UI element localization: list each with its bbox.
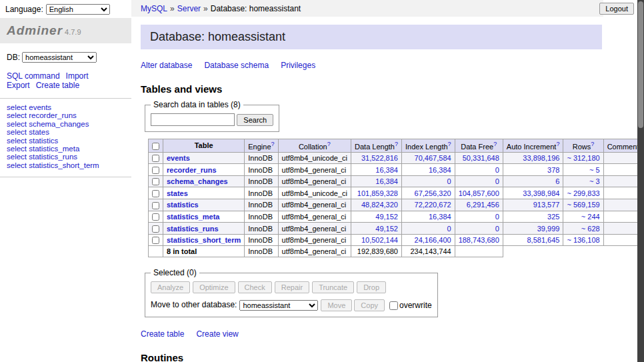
breadcrumb-server-link[interactable]: Server — [177, 4, 201, 13]
row-checkbox[interactable] — [152, 225, 159, 233]
help-icon[interactable]: ? — [327, 141, 331, 147]
rows-link[interactable]: ~ 312,180 — [567, 154, 599, 162]
rows-link[interactable]: ~ 628 — [581, 225, 600, 233]
move-db-select[interactable]: homeassistant — [239, 300, 318, 311]
sql-command-link[interactable]: SQL command — [7, 71, 60, 81]
auto-increment-link[interactable]: 913,577 — [533, 201, 560, 209]
overwrite-label[interactable]: overwrite — [399, 301, 432, 310]
breadcrumb-mysql-link[interactable]: MySQL — [141, 4, 167, 13]
help-icon[interactable]: ? — [591, 141, 594, 147]
rows-link[interactable]: ~ 136,108 — [567, 236, 599, 244]
data-length-link[interactable]: 16,384 — [375, 177, 398, 185]
index-length-link[interactable]: 70,467,584 — [415, 154, 451, 162]
move-button[interactable]: Move — [321, 299, 352, 311]
help-icon[interactable]: ? — [556, 141, 559, 147]
scrollbar[interactable] — [637, 0, 644, 362]
row-checkbox[interactable] — [152, 155, 159, 162]
auto-increment-link[interactable]: 33,898,196 — [523, 154, 559, 162]
rows-link[interactable]: ~ 569,159 — [567, 201, 599, 209]
index-length-link[interactable]: 16,384 — [429, 166, 451, 174]
drop-button[interactable]: Drop — [357, 281, 386, 293]
db-select[interactable]: homeassistant — [22, 52, 97, 63]
rows-link[interactable]: ~ 3 — [589, 177, 600, 185]
export-link[interactable]: Export — [7, 81, 30, 90]
help-icon[interactable]: ? — [395, 141, 398, 147]
create-view-link[interactable]: Create view — [196, 329, 238, 339]
row-checkbox[interactable] — [152, 178, 159, 185]
auto-increment-link[interactable]: 39,999 — [537, 225, 560, 233]
sidebar-table-link[interactable]: select recorder_runs — [7, 111, 77, 119]
data-length-link[interactable]: 10,502,144 — [361, 236, 398, 244]
auto-increment-link[interactable]: 6 — [555, 177, 559, 185]
data-free-link[interactable]: 50,331,648 — [463, 154, 499, 162]
search-input[interactable] — [151, 113, 235, 126]
row-checkbox[interactable] — [152, 202, 159, 209]
table-name-link[interactable]: recorder_runs — [167, 166, 217, 174]
adminer-title[interactable]: Adminer — [7, 23, 63, 37]
table-name-link[interactable]: schema_changes — [167, 177, 228, 185]
rows-link[interactable]: ~ 244 — [581, 213, 600, 221]
select-all-checkbox[interactable] — [152, 143, 159, 150]
check-button[interactable]: Check — [238, 281, 272, 293]
data-length-link[interactable]: 48,824,320 — [361, 201, 398, 209]
help-icon[interactable]: ? — [493, 141, 497, 147]
import-link[interactable]: Import — [66, 71, 89, 81]
overwrite-checkbox[interactable] — [389, 301, 398, 310]
search-button[interactable]: Search — [237, 114, 273, 126]
create-table-sidebar-link[interactable]: Create table — [36, 81, 79, 90]
data-free-link[interactable]: 188,743,680 — [459, 236, 499, 244]
table-name-link[interactable]: statistics_runs — [167, 225, 219, 233]
scrollbar-thumb[interactable] — [638, 1, 643, 128]
alter-database-link[interactable]: Alter database — [141, 61, 192, 70]
table-name-link[interactable]: states — [167, 189, 188, 197]
row-checkbox[interactable] — [152, 190, 159, 197]
index-length-link[interactable]: 0 — [447, 177, 451, 185]
data-free-link[interactable]: 104,857,600 — [459, 189, 499, 197]
auto-increment-link[interactable]: 378 — [547, 166, 559, 174]
auto-increment-link[interactable]: 33,398,984 — [523, 189, 559, 197]
language-select[interactable]: English — [46, 4, 110, 15]
data-length-link[interactable]: 49,152 — [375, 225, 398, 233]
table-name-link[interactable]: events — [167, 154, 190, 162]
data-free-link[interactable]: 0 — [495, 213, 499, 221]
index-length-link[interactable]: 72,220,672 — [415, 201, 451, 209]
data-length-link[interactable]: 101,859,328 — [357, 189, 398, 197]
row-checkbox[interactable] — [152, 237, 159, 244]
auto-increment-link[interactable]: 8,581,645 — [527, 236, 559, 244]
sidebar-table-link[interactable]: select events — [7, 103, 51, 111]
analyze-button[interactable]: Analyze — [151, 281, 190, 293]
sidebar-table-link[interactable]: select statistics_runs — [7, 153, 77, 161]
database-schema-link[interactable]: Database schema — [204, 61, 269, 70]
table-name-link[interactable]: statistics_meta — [167, 213, 220, 221]
row-checkbox[interactable] — [152, 213, 159, 221]
sidebar-table-link[interactable]: select statistics_short_term — [7, 161, 99, 169]
index-length-link[interactable]: 16,384 — [429, 213, 451, 221]
sidebar-table-link[interactable]: select states — [7, 128, 49, 136]
data-length-link[interactable]: 16,384 — [375, 166, 398, 174]
data-length-link[interactable]: 31,522,816 — [361, 154, 398, 162]
row-checkbox[interactable] — [152, 167, 159, 174]
repair-button[interactable]: Repair — [275, 281, 309, 293]
index-length-link[interactable]: 67,256,320 — [415, 189, 451, 197]
rows-link[interactable]: ~ 299,833 — [567, 189, 599, 197]
index-length-link[interactable]: 0 — [447, 225, 451, 233]
sidebar-table-link[interactable]: select schema_changes — [7, 120, 89, 128]
copy-button[interactable]: Copy — [354, 299, 385, 311]
create-table-link[interactable]: Create table — [141, 329, 184, 339]
sidebar-table-link[interactable]: select statistics_meta — [7, 145, 79, 153]
logout-button[interactable]: Logout — [599, 3, 634, 15]
data-free-link[interactable]: 6,291,456 — [467, 201, 499, 209]
index-length-link[interactable]: 24,166,400 — [415, 236, 451, 244]
data-free-link[interactable]: 0 — [495, 225, 499, 233]
table-name-link[interactable]: statistics — [167, 201, 199, 209]
auto-increment-link[interactable]: 325 — [547, 213, 559, 221]
privileges-link[interactable]: Privileges — [281, 61, 315, 70]
data-free-link[interactable]: 0 — [495, 177, 499, 185]
optimize-button[interactable]: Optimize — [193, 281, 235, 293]
help-icon[interactable]: ? — [271, 141, 275, 147]
truncate-button[interactable]: Truncate — [312, 281, 354, 293]
sidebar-table-link[interactable]: select statistics — [7, 137, 58, 145]
data-length-link[interactable]: 49,152 — [375, 213, 398, 221]
data-free-link[interactable]: 0 — [495, 166, 499, 174]
help-icon[interactable]: ? — [448, 141, 451, 147]
